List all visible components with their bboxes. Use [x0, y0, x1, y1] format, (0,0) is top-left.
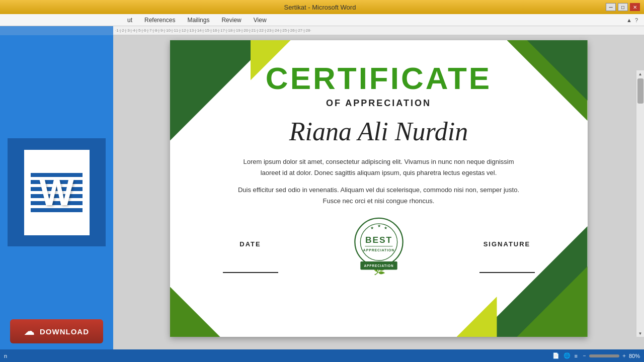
view-icon-print[interactable]: 📄 — [552, 352, 559, 359]
word-letter-w: W — [40, 172, 74, 213]
close-button[interactable]: ✕ — [630, 3, 640, 11]
svg-text:BEST: BEST — [365, 235, 392, 245]
zoom-control[interactable]: － ＋ 80% — [582, 352, 640, 359]
help-icon[interactable]: ? — [635, 17, 638, 23]
ruler: ·1·|·2·|·3·|·4·|·5·|·6·|·7·|·8·|·9·|·10·… — [113, 26, 644, 35]
scroll-down-arrow[interactable]: ▼ — [637, 330, 644, 337]
download-cloud-icon: ☁ — [24, 325, 35, 337]
word-logo-background: W — [8, 138, 106, 246]
signature-line — [479, 272, 535, 273]
certificate-page: CERTIFICATE OF APPRECIATION Riana Ali Nu… — [170, 40, 588, 337]
status-bar: n 📄 🌐 ≡ － ＋ 80% — [0, 349, 644, 362]
certificate-footer: DATE 🌿 ★ — [210, 218, 547, 273]
page-info: n — [4, 353, 7, 359]
certificate-title: CERTIFICATE — [266, 60, 492, 96]
scroll-up-arrow[interactable]: ▲ — [637, 70, 644, 77]
badge-svg: 🌿 ★ ★ ★ BEST — [351, 213, 407, 278]
maximize-button[interactable]: □ — [618, 3, 628, 11]
signature-label: SIGNATURE — [484, 240, 531, 248]
recipient-name: Riana Ali Nurdin — [289, 117, 468, 146]
date-label: DATE — [239, 240, 261, 248]
menu-bar: ut References Mailings Review View ▲ ? — [0, 14, 644, 26]
menu-item-review[interactable]: Review — [219, 16, 243, 25]
menu-item-ut[interactable]: ut — [125, 16, 134, 25]
zoom-in-icon[interactable]: ＋ — [621, 352, 627, 359]
title-bar-title: Sertikat - Microsoft Word — [34, 4, 606, 11]
zoom-percent: 80% — [629, 353, 640, 359]
certificate-badge: 🌿 ★ ★ ★ BEST — [351, 218, 407, 273]
download-button[interactable]: ☁ DOWNLOAD — [10, 319, 103, 343]
menu-item-references[interactable]: References — [142, 16, 177, 25]
title-bar-controls: ─ □ ✕ — [606, 3, 640, 11]
word-logo-container: W — [2, 137, 112, 248]
svg-text:APPRECIATION: APPRECIATION — [364, 264, 393, 267]
collapse-ribbon-icon[interactable]: ▲ — [626, 17, 632, 23]
svg-text:APPRECIATION: APPRECIATION — [363, 248, 394, 252]
minimize-button[interactable]: ─ — [606, 3, 616, 11]
certificate-subtitle: OF APPRECIATION — [326, 98, 431, 109]
main-layout: W ☁ DOWNLOAD CERTIFICATE OF APPRECIATION — [0, 35, 644, 349]
svg-text:★: ★ — [384, 226, 387, 230]
title-bar: Sertikat - Microsoft Word ─ □ ✕ — [0, 0, 644, 14]
signature-section: SIGNATURE — [477, 240, 537, 273]
certificate-body-1: Lorem ipsum dolor sit amet, consectetur … — [233, 156, 525, 178]
document-area: CERTIFICATE OF APPRECIATION Riana Ali Nu… — [113, 35, 644, 349]
status-right: 📄 🌐 ≡ － ＋ 80% — [552, 352, 640, 359]
certificate-content: CERTIFICATE OF APPRECIATION Riana Ali Nu… — [170, 40, 588, 337]
download-label: DOWNLOAD — [40, 327, 89, 336]
menu-item-view[interactable]: View — [252, 16, 269, 25]
view-icon-web[interactable]: 🌐 — [564, 352, 571, 359]
svg-text:★: ★ — [377, 224, 380, 229]
left-panel: W ☁ DOWNLOAD — [0, 35, 113, 349]
date-line — [223, 272, 278, 273]
certificate-body-2: Duis efficitur sed odio in venenatis. Al… — [233, 185, 525, 207]
zoom-out-icon[interactable]: － — [582, 352, 587, 359]
scroll-thumb[interactable] — [637, 78, 643, 104]
date-section: DATE — [220, 240, 281, 273]
svg-text:★: ★ — [370, 226, 373, 230]
zoom-slider[interactable] — [589, 354, 619, 357]
view-icon-outline[interactable]: ≡ — [575, 353, 578, 359]
right-scrollbar[interactable]: ▲ ▼ — [636, 70, 644, 337]
menu-item-mailings[interactable]: Mailings — [185, 16, 211, 25]
